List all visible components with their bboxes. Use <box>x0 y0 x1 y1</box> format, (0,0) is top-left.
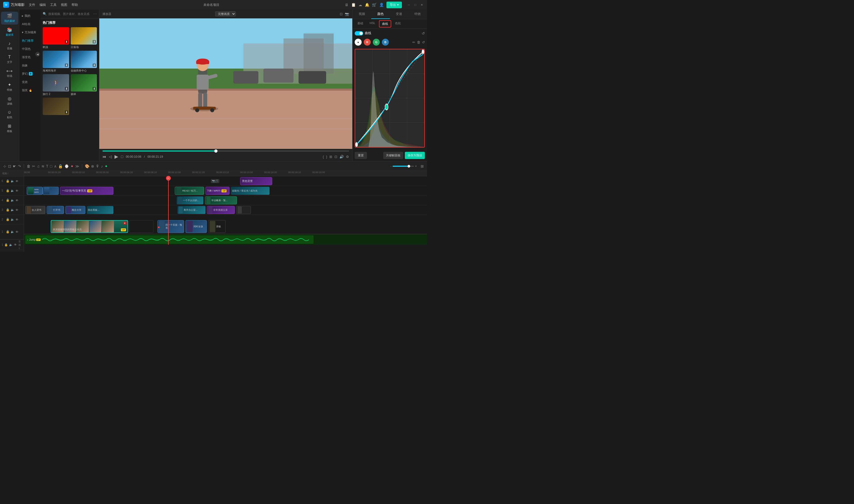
sidebar-item-materials[interactable]: 🎬 我的素材 <box>1 12 18 24</box>
color-tool[interactable]: 🎨 <box>85 164 89 168</box>
media-item-3[interactable]: ⬇ 金融商务中心 <box>71 51 97 73</box>
category-ai[interactable]: AI绘画 <box>19 20 40 28</box>
toggle-switch[interactable] <box>355 31 363 35</box>
mute-icon-6[interactable]: 🔈 <box>11 179 14 183</box>
lock-icon-6[interactable]: 🔒 <box>6 179 10 183</box>
select-tool[interactable]: ⊹ <box>3 164 6 168</box>
mute-icon-5[interactable]: 🔈 <box>11 189 14 192</box>
sidebar-item-transition[interactable]: ⟷ 转场 <box>1 67 18 79</box>
eye-icon-audio[interactable]: 👁 <box>14 243 17 246</box>
audio-split-tool[interactable]: ♫ <box>37 164 40 168</box>
subtab-curve[interactable]: 曲线 <box>379 20 391 28</box>
library-section[interactable]: ▾ 万兴喵库 <box>19 28 40 37</box>
sidebar-item-audio[interactable]: ♪ 音频 <box>1 39 18 52</box>
sidebar-item-template[interactable]: ⊞ 模板 <box>1 122 18 135</box>
clip-light[interactable]: 追随光 / 靠近光 / 成为光 <box>231 187 269 195</box>
curve-reset-icon[interactable]: ↺ <box>422 31 425 35</box>
speed-minus[interactable]: - <box>390 164 392 168</box>
clip-skater[interactable]: 表演迷板特技的滑板运动员 VIP ⊗ <box>51 220 128 233</box>
tab-effects[interactable]: 特效 <box>408 10 427 19</box>
channel-all-button[interactable]: ● <box>355 39 362 46</box>
eye-icon-4[interactable]: 👁 <box>16 199 18 202</box>
frame-back-button[interactable]: ◁ <box>109 155 112 159</box>
clip-samepage[interactable]: 同一个页面 - 预览 <box>158 220 184 233</box>
keyframe-panel-button[interactable]: 关键帧面板 <box>383 152 403 159</box>
mask-tool[interactable]: ⊗ <box>91 164 94 168</box>
clip-sem[interactable] <box>43 187 59 195</box>
wave-tool[interactable]: ≋ <box>41 164 45 168</box>
tab-color[interactable]: 颜色 <box>371 10 390 19</box>
fullscreen-icon[interactable]: ⊡ <box>334 155 337 159</box>
fit-icon[interactable]: ⊡ <box>340 12 343 16</box>
clip-misc[interactable] <box>236 206 251 214</box>
scissors-tool[interactable]: ✂ <box>32 164 35 168</box>
more-options-icon[interactable]: ⋯ <box>93 12 97 16</box>
stop-button[interactable]: □ <box>121 155 123 159</box>
lock-icon-5[interactable]: 🔒 <box>6 189 10 192</box>
lock-icon-2[interactable]: 🔒 <box>6 218 10 221</box>
settings-icon[interactable]: ⚙ <box>346 155 349 159</box>
eye-icon-5[interactable]: 👁 <box>16 189 18 192</box>
clip-graduation[interactable]: 毕业帷幕 - 预... <box>205 196 237 204</box>
mute-icon-1[interactable]: 🔈 <box>11 230 14 233</box>
menu-view[interactable]: 视图 <box>61 3 67 7</box>
quality-select[interactable]: 完整画质 <box>215 11 236 17</box>
more-tools[interactable]: ≫ <box>75 164 79 168</box>
menu-help[interactable]: 帮助 <box>72 3 78 7</box>
mic-tool[interactable]: 🎙 <box>96 164 100 168</box>
menu-file[interactable]: 文件 <box>29 3 35 7</box>
beauty-tool[interactable]: ✦ <box>105 164 108 168</box>
clip-office[interactable]: 离开办公室... <box>177 206 206 214</box>
play-button[interactable]: ▶ <box>114 154 118 160</box>
sidebar-item-effects[interactable]: ✦ 特效 <box>1 80 18 93</box>
sidebar-item-filter[interactable]: ◎ 滤镜 <box>1 94 18 107</box>
clip-girl[interactable]: 同时女孩 <box>185 220 207 233</box>
lock-icon-3[interactable]: 🔒 <box>6 208 10 212</box>
crop-tool[interactable]: ⊡ <box>8 164 11 168</box>
timer-tool[interactable]: ⌚ <box>64 164 69 168</box>
eyedropper-icon[interactable]: ✏ <box>412 40 415 44</box>
my-section[interactable]: ▸ 我的 <box>19 12 40 20</box>
channel-r-button[interactable]: R <box>364 39 371 46</box>
category-dream[interactable]: 梦幻 新 <box>19 70 40 78</box>
category-abstract[interactable]: 抽象 <box>19 61 40 70</box>
clip-blackboard[interactable]: 我在黑板... <box>87 206 113 214</box>
grid-view-button[interactable]: ⊞ <box>421 164 424 168</box>
sidebar-item-text[interactable]: T 文字 <box>1 53 18 66</box>
subtab-hsl[interactable]: HSL <box>367 20 378 28</box>
split-view-icon[interactable]: ⊞ <box>329 155 332 159</box>
speed-bar[interactable] <box>393 166 414 167</box>
save-preset-button[interactable]: 保存为预设 <box>405 152 425 159</box>
lock-icon-1[interactable]: 🔒 <box>6 230 10 233</box>
clip-black-bg[interactable]: 黑色背景 <box>240 177 272 185</box>
channel-g-button[interactable]: G <box>373 39 380 46</box>
mute-icon-3[interactable]: 🔈 <box>11 208 14 212</box>
media-item-2[interactable]: ⬇ 海滩和海岸 <box>43 51 69 73</box>
mute-icon-2[interactable]: 🔈 <box>11 218 14 221</box>
curve-graph[interactable] <box>355 49 425 147</box>
speed-plus[interactable]: + <box>415 164 417 168</box>
sidebar-item-sticker[interactable]: ☺ 贴纸 <box>1 108 18 121</box>
clip-university[interactable]: 概念大学 <box>65 206 85 214</box>
clip-skateboard[interactable]: 滑板 <box>208 220 226 233</box>
delete-curve-icon[interactable]: 🗑 <box>417 40 420 44</box>
line-tool[interactable]: ∧ <box>54 164 57 168</box>
clip-woman[interactable]: 女人背书 <box>25 206 46 214</box>
hand-tool[interactable]: ☛ <box>13 164 16 168</box>
eye-icon-3[interactable]: 👁 <box>16 209 18 212</box>
menu-edit[interactable]: 编辑 <box>39 3 46 7</box>
clip-daily[interactable]: 一/日/无/书/百事荒芜 VIP <box>60 187 113 195</box>
lock-icon-4[interactable]: 🔒 <box>6 198 10 202</box>
media-item-6[interactable]: ⬇ <box>43 98 69 115</box>
category-party[interactable]: 党政 <box>19 78 40 86</box>
eye-icon-1[interactable]: 👁 <box>16 230 18 233</box>
refresh-curve-icon[interactable]: ↺ <box>422 40 425 44</box>
snapshot-icon[interactable]: 📷 <box>345 12 349 16</box>
mark-in-icon[interactable]: { <box>323 155 324 159</box>
export-button[interactable]: 导出 ▾ <box>387 2 402 8</box>
media-item-1[interactable]: ⬇ 日落场 <box>71 27 97 49</box>
maximize-button[interactable]: □ <box>413 3 417 7</box>
clip-new[interactable]: new sem <box>27 187 43 195</box>
tab-speed[interactable]: 变速 <box>390 10 409 19</box>
progress-thumb[interactable] <box>214 149 217 152</box>
